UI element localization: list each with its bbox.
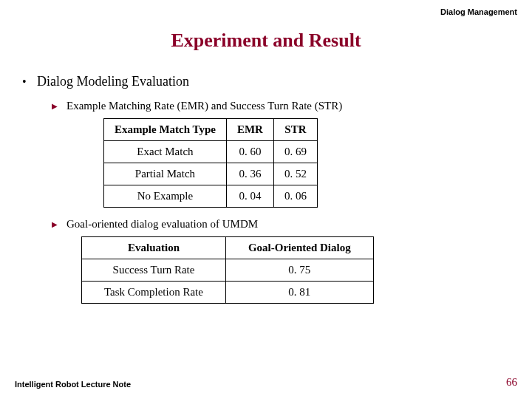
- cell: 0. 52: [273, 163, 317, 185]
- cell: 0. 75: [225, 259, 373, 282]
- sub-bullet-1: ▶ Example Matching Rate (EMR) and Succes…: [52, 100, 532, 112]
- col-str: STR: [273, 119, 317, 141]
- table-row: Partial Match 0. 36 0. 52: [104, 163, 318, 185]
- footer-note: Intelligent Robot Lecture Note: [15, 380, 131, 389]
- col-evaluation: Evaluation: [82, 237, 226, 259]
- page-number: 66: [506, 376, 517, 389]
- cell: Exact Match: [104, 141, 227, 163]
- sub-text-1: Example Matching Rate (EMR) and Success …: [66, 100, 342, 112]
- cell: Task Completion Rate: [82, 282, 226, 304]
- bullet-text: Dialog Modeling Evaluation: [37, 74, 189, 89]
- bullet-marker: •: [22, 75, 37, 89]
- table-header-row: Evaluation Goal-Oriented Dialog: [82, 237, 374, 259]
- cell: 0. 36: [226, 163, 273, 185]
- cell: 0. 06: [273, 185, 317, 208]
- cell: 0. 60: [226, 141, 273, 163]
- triangle-icon: ▶: [52, 102, 66, 110]
- col-match-type: Example Match Type: [104, 119, 227, 141]
- cell: 0. 69: [273, 141, 317, 163]
- slide-title: Experiment and Result: [0, 30, 532, 52]
- col-emr: EMR: [226, 119, 273, 141]
- table-goal-oriented: Evaluation Goal-Oriented Dialog Success …: [81, 236, 374, 304]
- cell: 0. 04: [226, 185, 273, 208]
- table-emr-str: Example Match Type EMR STR Exact Match 0…: [103, 118, 318, 208]
- cell: Success Turn Rate: [82, 259, 226, 282]
- cell: 0. 81: [225, 282, 373, 304]
- table-row: Task Completion Rate 0. 81: [82, 282, 374, 304]
- bullet-main: • Dialog Modeling Evaluation: [22, 74, 532, 89]
- header-label: Dialog Management: [440, 7, 517, 16]
- table-row: No Example 0. 04 0. 06: [104, 185, 318, 208]
- col-goal-dialog: Goal-Oriented Dialog: [225, 237, 373, 259]
- table-header-row: Example Match Type EMR STR: [104, 119, 318, 141]
- sub-text-2: Goal-oriented dialog evaluation of UMDM: [66, 218, 258, 231]
- content-area: • Dialog Modeling Evaluation ▶ Example M…: [0, 74, 532, 304]
- table-row: Exact Match 0. 60 0. 69: [104, 141, 318, 163]
- sub-bullet-2: ▶ Goal-oriented dialog evaluation of UMD…: [52, 218, 532, 231]
- triangle-icon: ▶: [52, 220, 66, 228]
- table-row: Success Turn Rate 0. 75: [82, 259, 374, 282]
- cell: No Example: [104, 185, 227, 208]
- cell: Partial Match: [104, 163, 227, 185]
